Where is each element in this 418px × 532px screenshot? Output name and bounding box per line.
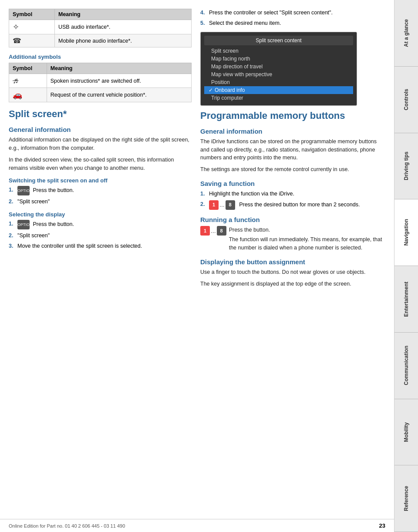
screenshot-menu: Split screen Map facing north Map direct… [204, 47, 353, 102]
prog-general-para2: The settings are stored for the remote c… [200, 165, 385, 174]
symbol-header: Symbol [9, 63, 47, 74]
split-screen-title: Split screen* [9, 108, 192, 120]
meaning-cell: Spoken instructions* are switched off. [47, 74, 191, 88]
displaying-para1: Use a finger to touch the buttons. Do no… [200, 268, 385, 276]
menu-item-split-screen: Split screen [204, 47, 353, 55]
sidebar-item-driving-tips[interactable]: Driving tips [394, 133, 418, 200]
mute-icon: ♬ [13, 76, 19, 85]
car-icon: 🚗 [13, 91, 22, 99]
general-info-heading-right: General information [200, 128, 385, 135]
general-info-para1: Additional information can be displayed … [9, 136, 192, 152]
switching-heading: Switching the split screen on and off [9, 177, 192, 184]
sidebar-label-mobility: Mobility [403, 422, 409, 442]
left-column: Symbol Meaning ✧ USB audio interface*. ☎ [9, 9, 192, 515]
step-4: 4. Press the controller or select "Split… [200, 9, 385, 17]
displaying-heading: Displaying the button assignment [200, 258, 385, 266]
select-step-1: 1. OPTION Press the button. [9, 220, 192, 229]
menu-item-onboard-info: Onboard info [204, 86, 353, 94]
meaning-cell: USB audio interface*. [55, 20, 192, 34]
step-5: 5. Select the desired menu item. [200, 19, 385, 27]
mem-btn-dots: ... [219, 200, 225, 209]
general-info-heading-left: General information [9, 126, 192, 133]
running-mem-btn-8: 8 [217, 226, 226, 236]
mem-btn-group: 1 ... 8 [209, 200, 235, 210]
saving-step-1: 1. Highlight the function via the iDrive… [200, 190, 385, 198]
meaning-header: Meaning [47, 63, 191, 74]
option-button-icon: OPTION [17, 186, 30, 195]
additional-symbols-table: Symbol Meaning ♬ Spoken instructions* ar… [9, 63, 192, 102]
running-mem-btn-group: 1 ... 8 [200, 226, 226, 236]
additional-symbols-heading: Additional symbols [9, 54, 192, 60]
select-step-3: 3. Move the controller until the split s… [9, 242, 192, 250]
sidebar-item-at-a-glance[interactable]: At a glance [394, 0, 418, 67]
mem-btn-1: 1 [209, 200, 219, 210]
running-press-text: Press the button. [229, 226, 385, 234]
page-number: 23 [379, 522, 385, 529]
sidebar-item-controls[interactable]: Controls [394, 67, 418, 133]
sidebar-label-entertainment: Entertainment [403, 282, 409, 317]
menu-item-trip-computer: Trip computer [204, 94, 353, 102]
running-description: The function will run immediately. This … [229, 236, 385, 252]
symbol-header: Symbol [9, 9, 55, 20]
general-info-para2: In the divided screen view, the so-calle… [9, 156, 192, 172]
meaning-cell: Request of the current vehicle position*… [47, 88, 191, 102]
running-mem-btn-1: 1 [200, 226, 210, 236]
sidebar-item-reference[interactable]: Reference [394, 465, 418, 532]
select-step-2: 2. "Split screen" [9, 232, 192, 240]
symbol-cell: 🚗 [9, 88, 47, 102]
symbol-cell: ✧ [9, 20, 55, 34]
table-row: ♬ Spoken instructions* are switched off. [9, 74, 192, 88]
sidebar-label-communication: Communication [403, 346, 409, 385]
table-row: 🚗 Request of the current vehicle positio… [9, 88, 192, 102]
meaning-cell: Mobile phone audio interface*. [55, 34, 192, 47]
sidebar-label-reference: Reference [403, 486, 409, 511]
symbol-cell: ♬ [9, 74, 47, 88]
sidebar-item-mobility[interactable]: Mobility [394, 399, 418, 466]
saving-heading: Saving a function [200, 180, 385, 187]
table-row: ✧ USB audio interface*. [9, 20, 192, 34]
usb-icon: ✧ [13, 23, 19, 31]
sidebar-label-at-a-glance: At a glance [403, 19, 409, 47]
screenshot-title: Split screen content [204, 36, 353, 45]
switch-step-2: 2. "Split screen" [9, 198, 192, 206]
sidebar-label-controls: Controls [403, 89, 409, 110]
prog-general-para1: The iDrive functions can be stored on th… [200, 138, 385, 162]
running-heading: Running a function [200, 216, 385, 223]
running-content: 1 ... 8 Press the button. The function w… [200, 226, 385, 252]
sidebar-label-navigation: Navigation [403, 219, 409, 246]
sidebar-item-communication[interactable]: Communication [394, 333, 418, 399]
sidebar-item-entertainment[interactable]: Entertainment [394, 266, 418, 333]
phone-icon: ☎ [13, 37, 21, 44]
menu-item-map-north: Map facing north [204, 55, 353, 63]
screenshot-box: Split screen content Split screen Map fa… [200, 32, 357, 106]
switch-step-1: 1. OPTION Press the button. [9, 186, 192, 195]
option-button-icon-2: OPTION [17, 220, 30, 229]
displaying-para2: The key assignment is displayed at the t… [200, 280, 385, 288]
meaning-header: Meaning [55, 9, 192, 20]
footer-text: Online Edition for Part no. 01 40 2 606 … [9, 523, 125, 529]
symbols-table: Symbol Meaning ✧ USB audio interface*. ☎ [9, 9, 192, 47]
table-row: ☎ Mobile phone audio interface*. [9, 34, 192, 47]
symbol-cell: ☎ [9, 34, 55, 47]
right-column: 4. Press the controller or select "Split… [200, 9, 385, 515]
programmable-title: Programmable memory buttons [200, 110, 385, 121]
saving-step-2: 2. 1 ... 8 Press the desired button for … [200, 200, 385, 210]
menu-item-map-perspective: Map view with perspective [204, 71, 353, 78]
mem-btn-8: 8 [226, 200, 235, 210]
running-mem-btn-dots: ... [211, 227, 216, 234]
menu-item-map-direction: Map direction of travel [204, 63, 353, 71]
selecting-heading: Selecting the display [9, 211, 192, 218]
sidebar-item-navigation[interactable]: Navigation [394, 199, 418, 266]
sidebar: At a glance Controls Driving tips Naviga… [394, 0, 418, 532]
sidebar-label-driving-tips: Driving tips [403, 152, 409, 180]
menu-item-position: Position [204, 78, 353, 86]
page-footer: Online Edition for Part no. 01 40 2 606 … [0, 519, 394, 532]
